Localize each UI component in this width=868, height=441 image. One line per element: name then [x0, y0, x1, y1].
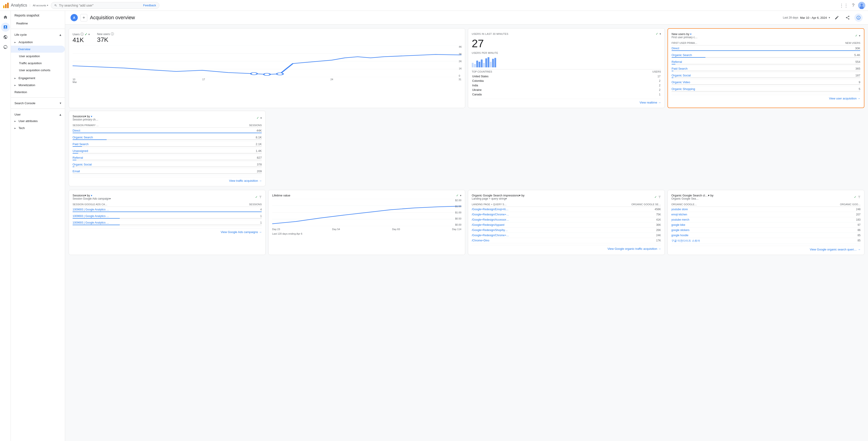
nav-divider-3 [11, 108, 65, 109]
new-users-card-subtitle: First user primary c… [672, 36, 698, 39]
sidebar-acquisition[interactable]: ▸ Acquisition [11, 39, 65, 46]
sessions-channel-dropdown[interactable]: ▾ [260, 117, 262, 120]
app-logo[interactable]: Analytics [3, 2, 27, 8]
users-dropdown[interactable]: ▾ [88, 33, 90, 36]
country-row-2: India2 [472, 84, 660, 88]
user-avatar[interactable] [858, 2, 865, 9]
svg-rect-0 [3, 5, 4, 8]
bar-1 [472, 63, 473, 67]
user-chevron: ▴ [59, 112, 61, 117]
organic-search-filter[interactable]: ⊤ [858, 195, 861, 199]
view-traffic-acquisition-link[interactable]: View traffic acquisition → [72, 179, 262, 182]
organic-impressions-table-header: LANDING PAGE + QUERY S… ORGANIC GOOGLE S… [472, 202, 661, 207]
sessions-ads-filter-icon[interactable]: ⊤ [259, 195, 262, 199]
apps-icon[interactable]: ⋮⋮ [839, 3, 848, 8]
search-input[interactable] [59, 4, 140, 7]
sessions-ads-row-2: 1009693 | Google Analytics … 1 [72, 220, 262, 226]
sidebar-user-acquisition[interactable]: User acquisition [11, 53, 65, 60]
add-comparison-button[interactable]: + [81, 14, 87, 22]
new-users-card: New users by ▾ First user primary c… ✓ ▾… [668, 28, 864, 108]
date-range-selector[interactable]: Last 28 days Mar 10 - Apr 6, 2024 ▾ [783, 16, 830, 20]
sidebar-icon-home[interactable] [1, 13, 10, 22]
organic-impressions-check: ✓ [654, 195, 657, 199]
sidebar-icon-strip [0, 11, 11, 441]
organic-impressions-filter[interactable]: ⊤ [658, 195, 661, 199]
sidebar-retention[interactable]: Retention [11, 89, 65, 96]
sidebar-user-header[interactable]: User ▴ [11, 111, 65, 118]
realtime-check-icon: ✓ [656, 32, 658, 35]
search-console-chevron [60, 101, 61, 105]
sidebar-icon-explore[interactable] [1, 33, 10, 41]
bar-3 [476, 61, 478, 67]
view-user-acquisition-link[interactable]: View user acquisition → [672, 97, 860, 100]
sessions-ads-row-0: 1009693 | Google Analytics … 4 [72, 207, 262, 213]
realtime-card-footer: View realtime → [472, 99, 661, 104]
new-users-info-icon[interactable]: ⓘ [111, 32, 114, 36]
share-button[interactable] [844, 13, 852, 22]
sidebar-monetization[interactable]: ▸ Monetization [11, 82, 65, 89]
realtime-dropdown[interactable]: ▾ [659, 32, 661, 35]
sessions-ads-row-1: 1009693 | Google Analytics … 1 [72, 213, 262, 220]
lifetime-x-axis: Day 23 Day 54 Day 83 Day 114 [272, 228, 461, 230]
country-row-0: United States17 [472, 74, 660, 78]
sessions-ads-title-dropdown[interactable]: ▾ [91, 194, 92, 197]
new-users-row-4: Organic Social 187 [672, 72, 860, 79]
sessions-channel-row-1: Organic Search 8.1K [72, 134, 262, 141]
search-bar[interactable]: Feedback [51, 2, 159, 9]
sidebar-realtime[interactable]: Realtime [11, 20, 65, 27]
sessions-channel-row-0: Direct 44K [72, 128, 262, 134]
sidebar-reports-snapshot[interactable]: Reports snapshot [11, 11, 65, 20]
sidebar-traffic-acquisition[interactable]: Traffic acquisition [11, 60, 65, 67]
sessions-channel-title-dropdown[interactable]: ▾ [91, 115, 92, 118]
sessions-channel-check: ✓ [256, 116, 259, 120]
new-users-row-3: Paid Search 365 [672, 66, 860, 72]
users-info-icon[interactable]: ⓘ [81, 32, 84, 36]
organic-impressions-title: Organic Google Search impressions▾ by [472, 194, 524, 197]
sidebar-icon-advertising[interactable] [1, 42, 10, 52]
view-organic-traffic-link[interactable]: View Google organic traffic acquisition … [472, 247, 661, 250]
new-users-row-5: Organic Video 9 [672, 79, 860, 86]
new-users-card-header: New users by ▾ First user primary c… ✓ ▾ [672, 32, 860, 39]
bar-8 [488, 57, 489, 67]
view-organic-search-link[interactable]: View Google organic search queri… → [671, 248, 861, 251]
sidebar-icon-reports[interactable] [1, 23, 10, 32]
organic-impressions-subtitle: Landing page + query string▾ [472, 197, 524, 200]
country-row-1: Colombia2 [472, 79, 660, 83]
lifetime-value-card: Lifetime value ✓ ▾ [268, 190, 465, 255]
sidebar-user-attributes[interactable]: ▸ User attributes [11, 118, 65, 125]
edit-report-button[interactable] [833, 13, 841, 22]
avatar-image [858, 2, 865, 9]
organic-impressions-row-0: /Google+Redesign/Emoji+Ki… 458K [472, 207, 661, 212]
accounts-selector[interactable]: All accounts ▾ [30, 4, 48, 7]
feedback-link[interactable]: Feedback [143, 4, 156, 7]
new-users-title-dropdown[interactable]: ▾ [690, 33, 691, 36]
sidebar-search-console[interactable]: Search Console [11, 99, 65, 107]
organic-search-row-1: emoji kitchen 207 [671, 212, 861, 217]
app-title: Analytics [11, 3, 27, 8]
sidebar-nav: Reports snapshot Realtime Life cycle ▴ ▸… [11, 11, 65, 441]
sidebar-engagement[interactable]: ▸ Engagement [11, 74, 65, 82]
lifetime-dropdown[interactable]: ▾ [460, 194, 461, 197]
metrics-row: Users ⓘ ✓ ▾ 41K New users ⓘ 37K [72, 32, 461, 43]
sessions-channel-subtitle: Session primary ch… [72, 118, 98, 121]
new-users-dropdown[interactable]: ▾ [859, 34, 860, 37]
view-realtime-link[interactable]: View realtime → [472, 101, 661, 104]
lifetime-line-chart [272, 199, 461, 226]
sidebar-overview[interactable]: Overview [11, 46, 65, 53]
sidebar-lifecycle-header[interactable]: Life cycle ▴ [11, 31, 65, 38]
users-check-icon: ✓ [85, 32, 88, 36]
bar-10 [492, 59, 494, 67]
organic-search-footer: View Google organic search queri… → [671, 246, 861, 251]
sidebar-user-acquisition-cohorts[interactable]: User acquisition cohorts [11, 67, 65, 74]
insights-button[interactable] [855, 13, 863, 22]
view-ads-link[interactable]: View Google Ads campaigns → [72, 230, 262, 234]
lifecycle-chevron: ▴ [59, 33, 61, 37]
sessions-ads-header: Sessions▾ by ▾ Session Google Ads campai… [72, 194, 262, 200]
users-metric: Users ⓘ ✓ ▾ 41K [72, 32, 90, 43]
property-avatar[interactable]: A [70, 14, 78, 21]
help-icon[interactable]: ? [852, 3, 855, 8]
lifetime-chart: $2.00 $1.50 $1.00 $0.50 $0.00 [272, 199, 461, 226]
sidebar-tech[interactable]: ▸ Tech [11, 125, 65, 131]
users-chart-card: Users ⓘ ✓ ▾ 41K New users ⓘ 37K [69, 28, 465, 108]
lifetime-footer: Last 120 days ending Apr 6 [272, 232, 461, 235]
